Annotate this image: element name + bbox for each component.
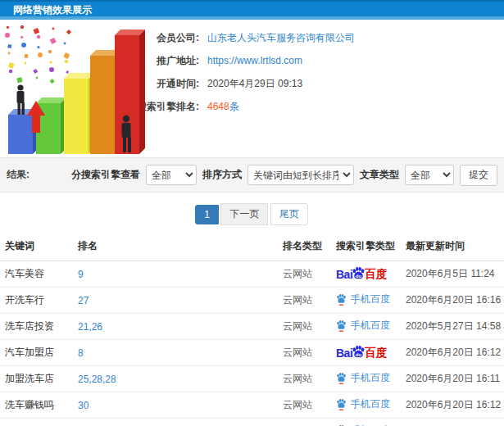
engine-type-cell: 手机百度: [332, 419, 402, 426]
filter-bar: 结果: 分搜索引擎查看 全部 排序方式 关键词由短到长排序 文章类型 全部 提交: [0, 157, 504, 193]
filter-controls: 分搜索引擎查看 全部 排序方式 关键词由短到长排序 文章类型 全部 提交: [71, 165, 497, 186]
rank-link[interactable]: 25,28,28: [78, 374, 116, 385]
svg-text:du: du: [356, 352, 362, 357]
sort-filter-label: 排序方式: [202, 168, 242, 182]
engine-filter-label: 分搜索引擎查看: [71, 168, 140, 182]
article-type-select[interactable]: 全部: [405, 165, 454, 185]
table-row: 洗车赚钱吗30云网站 手机百度2020年6月20日 16:12: [0, 392, 504, 419]
engine-type-cell: 手机百度: [332, 366, 402, 392]
rank-cell: 30: [74, 392, 279, 419]
rank-type-cell: 云网站: [279, 261, 332, 288]
member-company-row: 会员公司: 山东老人头汽车服务咨询有限公司: [121, 31, 504, 43]
baidu-paw-icon: [336, 398, 347, 410]
baidu-paw-icon: [336, 293, 347, 306]
rank-cell: 9: [74, 261, 279, 288]
rank-type-cell: 云网站: [279, 419, 332, 426]
rank-type-cell: 云网站: [279, 340, 332, 366]
last-page-button[interactable]: 尾页: [270, 203, 308, 225]
rank-link[interactable]: 9: [78, 269, 84, 280]
rank-link[interactable]: 27: [78, 295, 89, 306]
rank-link[interactable]: 8: [78, 347, 84, 359]
header-updated-time: 最新更新时间: [402, 233, 504, 261]
submit-button[interactable]: 提交: [460, 165, 497, 186]
svg-text:du: du: [356, 274, 362, 279]
company-link[interactable]: 山东老人头汽车服务咨询有限公司: [207, 31, 355, 45]
next-page-button[interactable]: 下一页: [220, 203, 268, 225]
rank-link[interactable]: 21,26: [78, 321, 102, 333]
rank-type-cell: 云网站: [279, 392, 332, 419]
growth-chart-graphic: [2, 23, 153, 158]
keyword-cell: 洗车店利润: [0, 419, 74, 426]
promo-url-row: 推广地址: https://www.lrtlsd.com: [121, 54, 504, 66]
rank-type-cell: 云网站: [279, 288, 332, 314]
updated-time-cell: 2020年6月20日 16:12: [402, 392, 504, 419]
table-header-row: 关键词 排名 排名类型 搜索引擎类型 最新更新时间: [0, 233, 504, 261]
page-title: 网络营销效果展示: [13, 3, 92, 17]
page-1-button[interactable]: 1: [195, 205, 219, 224]
updated-time-cell: 2020年6月20日 16:16: [402, 288, 504, 314]
table-row: 加盟洗车店25,28,28云网站 手机百度2020年6月20日 16:11: [0, 366, 504, 392]
info-section: 会员公司: 山东老人头汽车服务咨询有限公司 推广地址: https://www.…: [0, 20, 504, 157]
header-rank: 排名: [74, 233, 279, 261]
table-row: 汽车加盟店8云网站 Bai du 百度2020年6月20日 16:12: [0, 340, 504, 366]
rank-link[interactable]: 30: [78, 400, 89, 411]
rank-cell: 30: [74, 419, 279, 426]
app-window: 网络营销效果展示 会员公司: 山东老人头汽车服务咨询有限公司 推广地址: htt…: [0, 0, 504, 426]
baidu-mobile-logo: 手机百度: [336, 371, 390, 385]
updated-time-cell: 2020年5月27日 14:58: [402, 314, 504, 340]
open-time-row: 开通时间: 2020年4月29日 09:13: [121, 77, 504, 89]
engine-type-cell: Bai du 百度: [332, 261, 402, 288]
table-row: 开洗车行27云网站 手机百度2020年6月20日 16:16: [0, 288, 504, 314]
engine-type-cell: Bai du 百度: [332, 340, 402, 366]
rank-cell: 21,26: [74, 314, 279, 340]
header-rank-type: 排名类型: [279, 233, 332, 261]
open-time-value: 2020年4月29日 09:13: [207, 77, 302, 91]
baidu-paw-icon: du: [352, 345, 366, 360]
header-keyword: 关键词: [0, 233, 74, 261]
result-label: 结果:: [7, 168, 30, 182]
keyword-cell: 加盟洗车店: [0, 366, 74, 392]
baidu-paw-icon: du: [352, 266, 366, 282]
table-row: 洗车店投资21,26云网站 手机百度2020年5月27日 14:58: [0, 314, 504, 340]
updated-time-cell: 2020年6月20日 16:12: [402, 340, 504, 366]
rank-cell: 8: [74, 340, 279, 366]
updated-time-cell: 2020年6月20日 16:11: [402, 366, 504, 392]
sort-select[interactable]: 关键词由短到长排序: [247, 165, 354, 185]
table-row: 洗车店利润30云网站 手机百度2020年6月18日 14:27: [0, 419, 504, 426]
keyword-cell: 洗车店投资: [0, 314, 74, 340]
baidu-paw-icon: [336, 372, 347, 384]
engine-type-cell: 手机百度: [332, 314, 402, 340]
rank-type-cell: 云网站: [279, 314, 332, 340]
keyword-cell: 洗车赚钱吗: [0, 392, 74, 419]
engine-rank-row: 搜索引擎排名: 4648 条: [121, 100, 504, 112]
baidu-pc-logo: Bai du 百度: [336, 266, 387, 282]
rank-cell: 25,28,28: [74, 366, 279, 392]
pagination: 1 下一页 尾页: [0, 193, 504, 233]
updated-time-cell: 2020年6月18日 14:27: [402, 419, 504, 426]
engine-select[interactable]: 全部: [146, 165, 197, 185]
engine-rank-count: 4648: [207, 101, 229, 112]
bar-chart-illustration: [2, 23, 153, 158]
engine-type-cell: 手机百度: [332, 392, 402, 419]
table-row: 汽车美容9云网站 Bai du 百度2020年6月5日 11:24: [0, 261, 504, 288]
updated-time-cell: 2020年6月5日 11:24: [402, 261, 504, 288]
keyword-cell: 开洗车行: [0, 288, 74, 314]
rank-cell: 27: [74, 288, 279, 314]
title-bar: 网络营销效果展示: [0, 0, 504, 20]
promo-url-link[interactable]: https://www.lrtlsd.com: [207, 55, 302, 66]
engine-type-cell: 手机百度: [332, 288, 402, 314]
baidu-pc-logo: Bai du 百度: [336, 345, 387, 360]
baidu-paw-icon: [336, 320, 347, 332]
engine-rank-unit: 条: [229, 100, 239, 114]
baidu-mobile-logo: 手机百度: [336, 397, 390, 411]
baidu-mobile-logo: 手机百度: [336, 319, 390, 333]
rank-type-cell: 云网站: [279, 366, 332, 392]
baidu-mobile-logo: 手机百度: [336, 292, 390, 306]
keyword-cell: 汽车美容: [0, 261, 74, 288]
results-table: 关键词 排名 排名类型 搜索引擎类型 最新更新时间 汽车美容9云网站 Bai d…: [0, 233, 504, 426]
article-type-label: 文章类型: [360, 168, 399, 182]
keyword-cell: 汽车加盟店: [0, 340, 74, 366]
header-engine-type: 搜索引擎类型: [332, 233, 402, 261]
